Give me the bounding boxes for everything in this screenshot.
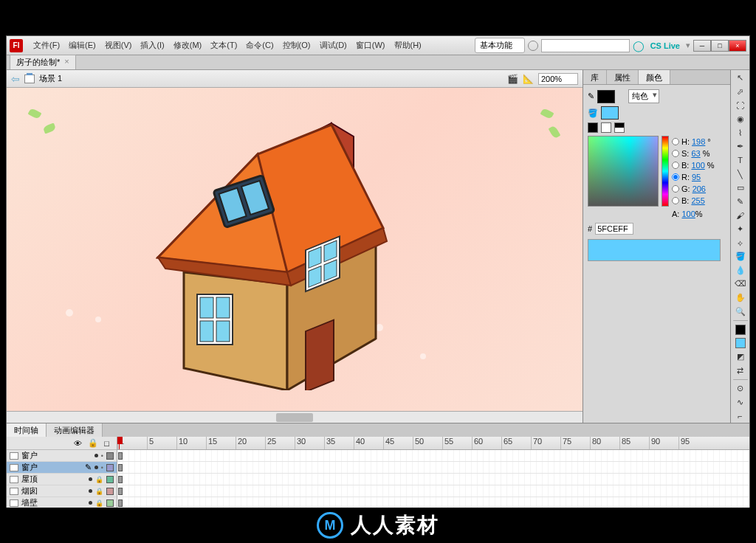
keyframe-icon[interactable] [118,488,123,495]
frame-row[interactable] [117,450,749,462]
radio-s[interactable] [672,150,679,157]
tab-properties[interactable]: 属性 [607,70,639,84]
text-tool-icon[interactable]: T [732,154,749,167]
lock-header-icon[interactable]: 🔒 [88,438,98,448]
lock-icon[interactable]: 🔒 [95,499,103,507]
lock-icon[interactable]: 🔒 [95,488,103,495]
lock-icon[interactable]: • [101,464,103,471]
layer-row[interactable]: 窗户 • [7,450,117,462]
radio-g[interactable] [672,185,679,193]
visibility-dot-icon[interactable] [89,489,92,493]
visibility-dot-icon[interactable] [94,466,98,469]
stroke-swatch[interactable] [597,90,615,103]
pencil-tool-icon[interactable]: ✎ [732,195,749,208]
frame-row[interactable] [117,462,749,474]
menu-edit[interactable]: 编辑(E) [64,38,100,53]
swap-swatch-icon[interactable] [614,122,625,133]
radio-bl[interactable] [672,197,679,204]
tab-library[interactable]: 库 [583,70,607,84]
lasso-tool-icon[interactable]: ⌇ [732,126,749,139]
smooth-tool-icon[interactable]: ∿ [732,396,749,409]
eyedropper-tool-icon[interactable]: 💧 [732,264,749,277]
frame-row[interactable] [117,485,749,497]
outline-swatch[interactable] [106,488,114,495]
document-tab-close-icon[interactable]: × [64,57,69,68]
tab-motion-editor[interactable]: 动画编辑器 [47,423,103,437]
pen-tool-icon[interactable]: ✒ [732,140,749,153]
tab-timeline[interactable]: 时间轴 [7,423,47,437]
bone-tool-icon[interactable]: ⟡ [732,236,749,249]
outline-swatch[interactable] [106,452,114,460]
cslive-button[interactable]: CS Live [647,41,683,50]
playhead[interactable] [119,437,120,449]
zoom-input[interactable] [538,73,578,85]
workspace-dropdown[interactable]: 基本功能 [475,38,525,53]
edit-scene-icon[interactable]: 🎬 [507,74,518,84]
search-input[interactable] [541,39,630,52]
edit-symbol-icon[interactable]: 📐 [523,74,534,84]
keyframe-icon[interactable] [118,476,123,483]
frame-row[interactable] [117,474,749,485]
menu-help[interactable]: 帮助(H) [390,38,426,53]
visibility-header-icon[interactable]: 👁 [74,439,82,448]
radio-h[interactable] [672,138,679,145]
lock-icon[interactable]: • [101,452,103,460]
bw-swatch-icon[interactable] [588,122,598,133]
outline-swatch[interactable] [106,464,114,471]
menu-file[interactable]: 文件(F) [29,38,64,53]
visibility-dot-icon[interactable] [89,501,92,505]
menu-debug[interactable]: 调试(D) [315,38,351,53]
paint-bucket-tool-icon[interactable]: 🪣 [732,250,749,263]
snap-tool-icon[interactable]: ⊙ [732,382,749,395]
color-field[interactable] [588,136,659,207]
outline-header-icon[interactable]: □ [104,439,109,448]
layer-row[interactable]: 烟囱 🔒 [7,485,117,497]
subselection-tool-icon[interactable]: ⬀ [732,86,749,99]
minimize-button[interactable]: ─ [693,40,711,52]
stroke-color-icon[interactable] [732,323,749,336]
radio-r[interactable] [672,173,679,181]
fill-color-icon[interactable] [732,336,749,350]
free-transform-tool-icon[interactable]: ⛶ [732,99,749,112]
hand-tool-icon[interactable]: ✋ [732,291,749,305]
fill-type-dropdown[interactable]: 纯色 [628,89,659,103]
menu-control[interactable]: 控制(O) [278,38,315,53]
close-button[interactable]: × [729,40,746,52]
menu-modify[interactable]: 修改(M) [169,38,207,53]
horizontal-scrollbar[interactable] [7,411,583,423]
zoom-tool-icon[interactable]: 🔍 [732,305,749,318]
fill-swatch[interactable] [601,106,619,120]
maximize-button[interactable]: □ [711,40,729,52]
deco-tool-icon[interactable]: ✦ [732,223,749,236]
line-tool-icon[interactable]: ╲ [732,167,749,181]
hex-input[interactable] [595,223,633,235]
keyframe-icon[interactable] [118,464,123,471]
radio-b[interactable] [672,162,679,169]
bw-default-icon[interactable]: ◩ [732,350,749,364]
menu-text[interactable]: 文本(T) [206,38,241,53]
menu-view[interactable]: 视图(V) [100,38,137,53]
layer-row[interactable]: 窗户 ✎ • [7,462,117,474]
stage[interactable] [7,88,583,411]
menu-insert[interactable]: 插入(I) [136,38,168,53]
brush-tool-icon[interactable]: 🖌 [732,209,749,222]
tab-color[interactable]: 颜色 [639,70,670,84]
straighten-tool-icon[interactable]: ⌐ [732,409,749,423]
visibility-dot-icon[interactable] [94,454,98,457]
swap-colors-icon[interactable]: ⇄ [732,364,749,378]
back-arrow-icon[interactable]: ⇦ [11,73,20,85]
visibility-dot-icon[interactable] [89,477,92,481]
keyframe-icon[interactable] [118,499,123,507]
layer-row[interactable]: 屋顶 🔒 [7,474,117,485]
noswatch-icon[interactable] [601,122,611,133]
lock-icon[interactable]: 🔒 [95,476,103,483]
selection-tool-icon[interactable]: ↖ [732,72,749,85]
rectangle-tool-icon[interactable]: ▭ [732,181,749,195]
3d-rotation-tool-icon[interactable]: ◉ [732,113,749,126]
document-tab[interactable]: 房子的绘制* × [10,55,76,69]
hue-slider[interactable] [662,136,669,207]
outline-swatch[interactable] [106,476,114,483]
outline-swatch[interactable] [106,499,114,507]
menu-window[interactable]: 窗口(W) [351,38,390,53]
keyframe-icon[interactable] [118,452,123,460]
